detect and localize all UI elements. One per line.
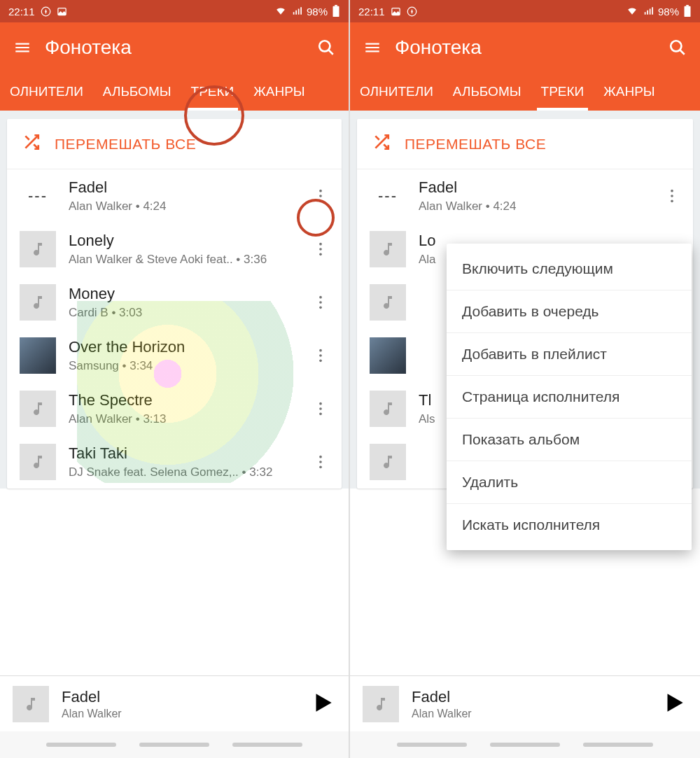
- track-row[interactable]: --- Fadel Alan Walker • 4:24: [7, 169, 342, 223]
- wifi-icon: [626, 6, 638, 16]
- more-vert-icon[interactable]: [307, 182, 335, 210]
- track-row[interactable]: Lonely Alan Walker & Steve Aoki feat.. •…: [7, 223, 342, 276]
- hamburger-icon[interactable]: [363, 38, 382, 57]
- tab-albums[interactable]: АЛЬБОМЫ: [443, 73, 531, 111]
- android-nav-bar: [0, 731, 349, 758]
- menu-item-show-album[interactable]: Показать альбом: [447, 419, 692, 461]
- nav-recent[interactable]: [46, 743, 116, 747]
- play-icon[interactable]: [309, 689, 336, 719]
- shuffle-all-button[interactable]: ПЕРЕМЕШАТЬ ВСЕ: [357, 119, 693, 169]
- search-icon[interactable]: [316, 38, 336, 57]
- signal-icon: [643, 6, 654, 16]
- nav-recent[interactable]: [397, 743, 467, 747]
- track-title: Money: [69, 285, 294, 303]
- svg-point-10: [319, 253, 322, 256]
- tab-bar: ОЛНИТЕЛИ АЛЬБОМЫ ТРЕКИ ЖАНРЫ: [350, 73, 700, 111]
- track-row[interactable]: Money Cardi B • 3:03: [7, 276, 342, 329]
- page-title: Фонотека: [45, 36, 304, 59]
- track-title-truncated: Lo: [419, 232, 447, 250]
- svg-point-9: [319, 248, 322, 251]
- album-art: [20, 337, 56, 374]
- svg-point-20: [319, 456, 322, 458]
- status-time: 22:11: [358, 6, 385, 17]
- more-vert-icon[interactable]: [658, 182, 686, 210]
- android-nav-bar: [350, 731, 700, 758]
- track-subtitle: Samsung • 3:34: [69, 359, 294, 373]
- svg-point-30: [671, 200, 673, 203]
- nav-back[interactable]: [232, 743, 302, 747]
- more-vert-icon[interactable]: [307, 448, 335, 476]
- nav-back[interactable]: [583, 743, 653, 747]
- album-art-placeholder: [20, 391, 56, 427]
- svg-point-21: [319, 461, 322, 463]
- play-icon[interactable]: [661, 689, 687, 719]
- track-title: Fadel: [69, 178, 294, 197]
- now-playing-bar[interactable]: Fadel Alan Walker: [0, 675, 349, 731]
- menu-item-delete[interactable]: Удалить: [447, 461, 692, 504]
- battery-icon: [332, 5, 340, 17]
- shuffle-all-button[interactable]: ПЕРЕМЕШАТЬ ВСЕ: [7, 119, 342, 169]
- hamburger-icon[interactable]: [13, 38, 32, 57]
- more-vert-icon[interactable]: [307, 395, 335, 423]
- battery-icon: [683, 5, 692, 17]
- nav-home[interactable]: [490, 743, 560, 747]
- album-art-placeholder: [370, 284, 406, 321]
- svg-point-22: [319, 466, 322, 469]
- more-vert-icon[interactable]: [307, 342, 335, 370]
- svg-point-11: [319, 296, 322, 299]
- status-bar: 22:11 98%: [350, 0, 700, 22]
- status-time: 22:11: [8, 6, 35, 17]
- app-bar: Фонотека ОЛНИТЕЛИ АЛЬБОМЫ ТРЕКИ ЖАНРЫ: [350, 22, 700, 111]
- more-vert-icon[interactable]: [307, 235, 335, 263]
- tab-genres[interactable]: ЖАНРЫ: [594, 73, 664, 111]
- menu-item-add-queue[interactable]: Добавить в очередь: [447, 290, 692, 333]
- shuffle-icon: [372, 133, 391, 155]
- tab-artists[interactable]: ОЛНИТЕЛИ: [350, 73, 443, 111]
- album-art-placeholder: [20, 231, 56, 267]
- svg-rect-2: [333, 6, 340, 17]
- tab-artists[interactable]: ОЛНИТЕЛИ: [0, 73, 93, 111]
- compass-icon: [407, 6, 417, 17]
- svg-point-7: [319, 200, 322, 203]
- track-row[interactable]: --- Fadel Alan Walker • 4:24: [357, 169, 693, 223]
- track-row[interactable]: Over the Horizon Samsung • 3:34: [7, 329, 342, 382]
- album-art-placeholder: ---: [20, 178, 56, 214]
- svg-point-16: [319, 360, 322, 363]
- album-art-placeholder: [370, 444, 406, 480]
- status-battery-text: 98%: [307, 6, 328, 17]
- image-icon: [57, 6, 67, 17]
- tab-genres[interactable]: ЖАНРЫ: [244, 73, 314, 111]
- track-title: Over the Horizon: [69, 338, 294, 356]
- now-playing-artist: Alan Walker: [412, 708, 648, 720]
- svg-point-4: [319, 41, 330, 51]
- svg-point-28: [671, 190, 673, 192]
- search-icon[interactable]: [668, 38, 687, 57]
- shuffle-label: ПЕРЕМЕШАТЬ ВСЕ: [405, 136, 546, 153]
- phone-screen-right: 22:11 98% Фонотека ОЛНИТЕЛИ АЛЬБОМЫ ТРЕК…: [350, 0, 700, 758]
- album-art-placeholder: [20, 284, 56, 321]
- svg-point-19: [319, 413, 322, 416]
- track-subtitle-truncated: Ala: [419, 253, 447, 267]
- menu-item-play-next[interactable]: Включить следующим: [447, 248, 692, 290]
- track-list-card: ПЕРЕМЕШАТЬ ВСЕ --- Fadel Alan Walker • 4…: [7, 119, 342, 489]
- more-vert-icon[interactable]: [307, 288, 335, 316]
- tab-tracks[interactable]: ТРЕКИ: [531, 73, 594, 111]
- now-playing-bar[interactable]: Fadel Alan Walker: [350, 675, 700, 731]
- page-title: Фонотека: [395, 36, 655, 59]
- track-row[interactable]: The Spectre Alan Walker • 3:13: [7, 382, 342, 435]
- track-row[interactable]: Taki Taki DJ Snake feat. Selena Gomez,..…: [7, 435, 342, 489]
- album-art-placeholder: ---: [370, 178, 406, 214]
- menu-item-search-artist[interactable]: Искать исполнителя: [447, 504, 692, 546]
- album-art: [370, 337, 406, 374]
- track-subtitle: DJ Snake feat. Selena Gomez,.. • 3:32: [69, 465, 294, 479]
- track-subtitle: Alan Walker & Steve Aoki feat.. • 3:36: [69, 253, 294, 267]
- tab-tracks[interactable]: ТРЕКИ: [181, 73, 244, 111]
- tab-albums[interactable]: АЛЬБОМЫ: [93, 73, 181, 111]
- svg-point-15: [319, 354, 322, 357]
- svg-point-14: [319, 349, 322, 352]
- svg-rect-26: [686, 5, 689, 6]
- menu-item-artist-page[interactable]: Страница исполнителя: [447, 376, 692, 419]
- nav-home[interactable]: [139, 743, 209, 747]
- track-title: Fadel: [419, 178, 645, 197]
- menu-item-add-playlist[interactable]: Добавить в плейлист: [447, 333, 692, 376]
